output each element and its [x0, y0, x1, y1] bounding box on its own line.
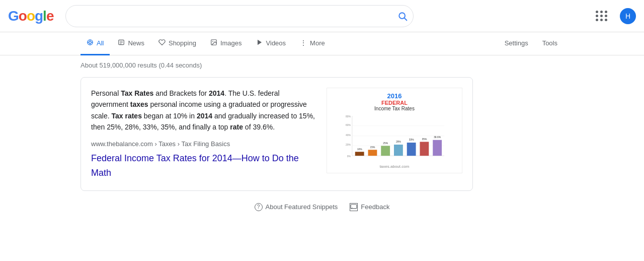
chart-source: taxes.about.com: [380, 164, 410, 169]
search-button[interactable]: [397, 11, 408, 21]
logo-e: e: [46, 8, 54, 24]
breadcrumb: www.thebalance.com › Taxes › Tax Filing …: [91, 140, 230, 148]
images-icon: [210, 39, 217, 47]
videos-icon: [256, 39, 263, 47]
logo-g2: g: [35, 8, 43, 24]
nav-item-images[interactable]: Images: [204, 32, 248, 55]
shopping-icon: [158, 39, 166, 47]
svg-text:80%: 80%: [346, 115, 351, 118]
svg-rect-35: [420, 142, 429, 156]
svg-point-3: [89, 41, 92, 43]
snippet-link[interactable]: Federal Income Tax Rates for 2014—How to…: [91, 151, 316, 180]
nav-shopping-label: Shopping: [169, 39, 196, 47]
news-icon: [118, 39, 125, 47]
svg-point-13: [212, 41, 213, 42]
chart-area: 2016 FEDERAL Income Tax Rates 0% 20% 40%…: [327, 88, 462, 173]
nav-item-shopping[interactable]: Shopping: [152, 32, 202, 55]
logo-o1: o: [19, 8, 27, 24]
chart-title-year: 2016: [387, 92, 402, 100]
header-right: H: [592, 6, 636, 26]
avatar[interactable]: H: [620, 8, 636, 24]
feedback-link[interactable]: Feedback: [350, 203, 389, 211]
all-icon: [87, 39, 94, 47]
svg-text:20%: 20%: [346, 144, 351, 146]
tools-label: Tools: [542, 39, 557, 47]
svg-line-1: [405, 18, 407, 20]
svg-text:25%: 25%: [383, 142, 388, 145]
svg-rect-25: [355, 152, 364, 156]
feedback-label: Feedback: [361, 203, 389, 211]
about-snippets-label: About Featured Snippets: [266, 203, 338, 211]
svg-text:0%: 0%: [347, 155, 351, 158]
svg-rect-31: [394, 145, 403, 156]
svg-text:40%: 40%: [346, 134, 351, 137]
nav-settings[interactable]: Settings: [499, 32, 534, 55]
chart-title-sub: Income Tax Rates: [374, 106, 415, 111]
snippet-source: www.thebalance.com › Taxes › Tax Filing …: [91, 139, 316, 150]
featured-snippet: Personal Tax Rates and Brackets for 2014…: [80, 77, 473, 191]
nav-news-label: News: [128, 39, 144, 47]
more-icon: ⋮: [300, 39, 307, 47]
chart-title-federal: FEDERAL: [381, 100, 408, 106]
svg-text:15%: 15%: [370, 146, 375, 149]
svg-text:10%: 10%: [357, 148, 362, 151]
search-box-wrapper: what was the tax rate in 2014: [65, 5, 414, 27]
svg-text:39.6%: 39.6%: [434, 137, 441, 139]
about-snippets-link[interactable]: ? About Featured Snippets: [255, 203, 338, 211]
bar-chart: 0% 20% 40% 60% 80% 10% 15%: [331, 113, 458, 163]
snippet-image: 2016 FEDERAL Income Tax Rates 0% 20% 40%…: [327, 88, 462, 180]
apps-grid-icon: [596, 11, 608, 21]
footer: ? About Featured Snippets Feedback: [0, 197, 644, 217]
nav-item-news[interactable]: News: [112, 32, 150, 55]
results-count: About 519,000,000 results (0.44 seconds): [80, 61, 564, 69]
search-input[interactable]: what was the tax rate in 2014: [65, 5, 414, 27]
svg-rect-37: [433, 140, 442, 156]
nav-all-label: All: [97, 39, 104, 47]
snippet-paragraph: Personal Tax Rates and Brackets for 2014…: [91, 88, 316, 133]
svg-rect-33: [407, 143, 416, 156]
question-icon: ?: [255, 203, 263, 211]
nav-item-all[interactable]: All: [80, 32, 110, 55]
snippet-text: Personal Tax Rates and Brackets for 2014…: [91, 88, 316, 180]
results-area: About 519,000,000 results (0.44 seconds)…: [0, 55, 644, 197]
svg-rect-27: [368, 150, 377, 156]
svg-rect-29: [381, 146, 390, 156]
svg-text:35%: 35%: [422, 138, 427, 141]
svg-text:60%: 60%: [346, 124, 351, 126]
svg-rect-39: [351, 205, 357, 209]
nav-item-videos[interactable]: Videos: [250, 32, 292, 55]
header: Google what was the tax rate in 2014 H: [0, 0, 644, 32]
svg-marker-14: [257, 39, 261, 45]
apps-button[interactable]: [592, 6, 612, 26]
logo-l: l: [43, 8, 46, 24]
nav-tools[interactable]: Tools: [536, 32, 564, 55]
logo-g: G: [8, 8, 19, 24]
svg-text:28%: 28%: [396, 141, 401, 143]
svg-text:33%: 33%: [409, 139, 414, 141]
settings-label: Settings: [505, 39, 528, 47]
nav-videos-label: Videos: [266, 39, 286, 47]
search-nav: All News Shopping Images: [0, 32, 644, 55]
nav-item-more[interactable]: ⋮ More: [294, 32, 331, 55]
google-logo: Google: [8, 8, 53, 24]
feedback-icon: [350, 203, 358, 211]
nav-more-label: More: [310, 39, 325, 47]
nav-images-label: Images: [220, 39, 242, 47]
logo-o2: o: [27, 8, 35, 24]
